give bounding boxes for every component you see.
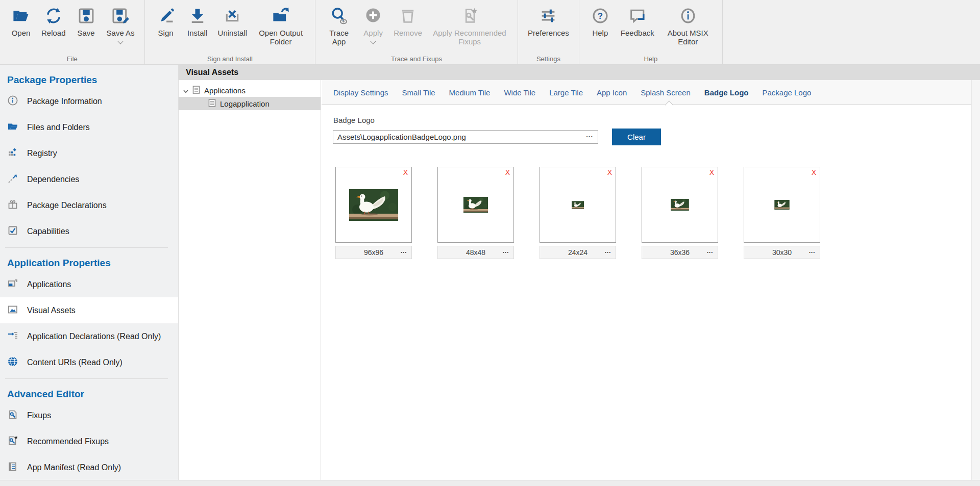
- sidebar-item-app-manifest[interactable]: App Manifest (Read Only): [0, 454, 178, 480]
- ribbon-group-label: Help: [579, 55, 722, 63]
- folder-icon: [7, 121, 18, 134]
- preferences-button[interactable]: Preferences: [524, 4, 573, 37]
- button-label: Open: [12, 29, 31, 37]
- asset-size-bar-48: 48x48 ...: [437, 246, 514, 259]
- globe-icon: [7, 356, 18, 369]
- sidebar-item-registry[interactable]: Registry: [0, 140, 178, 166]
- asset-thumbnail-96: X: [335, 167, 412, 243]
- remove-asset-button[interactable]: X: [505, 168, 510, 176]
- tab-display-settings[interactable]: Display Settings: [333, 88, 388, 97]
- uninstall-button[interactable]: Uninstall: [214, 4, 251, 37]
- button-label: Help: [592, 29, 608, 37]
- remove-asset-button[interactable]: X: [403, 168, 408, 176]
- apply-recommended-fixups-button[interactable]: Apply Recommended Fixups: [428, 4, 511, 46]
- asset-menu-button[interactable]: ...: [809, 247, 815, 254]
- save-button[interactable]: Save: [71, 4, 101, 37]
- asset-menu-button[interactable]: ...: [401, 247, 407, 254]
- open-output-folder-button[interactable]: Open Output Folder: [253, 4, 309, 46]
- sidebar-item-recommended-fixups[interactable]: Recommended Fixups: [0, 428, 178, 454]
- info-icon: [7, 95, 18, 108]
- tab-small-tile[interactable]: Small Tile: [402, 88, 435, 97]
- open-icon: [12, 4, 30, 28]
- sidebar-item-label: Applications: [27, 280, 71, 289]
- apply-button[interactable]: Apply: [358, 4, 388, 43]
- horizontal-scrollbar[interactable]: [0, 480, 980, 486]
- button-label: Save: [77, 29, 94, 37]
- tab-app-icon[interactable]: App Icon: [597, 88, 627, 97]
- doc-wrench-icon: [7, 409, 18, 422]
- save-as-button[interactable]: Save As: [103, 4, 138, 43]
- sidebar-item-visual-assets[interactable]: Visual Assets: [0, 297, 178, 323]
- sidebar-item-capabilities[interactable]: Capabilities: [0, 218, 178, 244]
- apply-icon: [364, 4, 382, 28]
- image-icon: [7, 304, 18, 317]
- asset-menu-button[interactable]: ...: [503, 247, 509, 254]
- tab-large-tile[interactable]: Large Tile: [549, 88, 583, 97]
- remove-icon: [399, 4, 417, 28]
- remove-asset-button[interactable]: X: [812, 168, 816, 176]
- sidebar-item-package-declarations[interactable]: Package Declarations: [0, 192, 178, 218]
- open-button[interactable]: Open: [6, 4, 36, 37]
- badge-logo-path-field[interactable]: Assets\LogapplicationBadgeLogo.png ...: [333, 130, 598, 144]
- sidebar-item-label: Registry: [27, 149, 57, 158]
- browse-button[interactable]: ...: [581, 131, 598, 139]
- button-label: Reload: [41, 29, 66, 37]
- feedback-button[interactable]: Feedback: [617, 4, 658, 37]
- install-icon: [188, 4, 207, 28]
- asset-size-label: 96x96: [364, 248, 383, 257]
- ribbon-group-label: Settings: [518, 55, 579, 63]
- gift-icon: [7, 199, 18, 212]
- button-label: Remove: [394, 29, 422, 37]
- sidebar: Package Properties Package Information F…: [0, 65, 179, 480]
- button-label: Apply: [363, 29, 383, 37]
- badge-logo-image: [572, 201, 584, 209]
- vertical-scrollbar[interactable]: [971, 80, 980, 480]
- badge-logo-path-value: Assets\LogapplicationBadgeLogo.png: [333, 133, 581, 141]
- remove-asset-button[interactable]: X: [709, 168, 714, 176]
- sidebar-item-applications[interactable]: Applications: [0, 271, 178, 297]
- ribbon-group-file: Open Reload Save Save As File: [0, 0, 145, 64]
- sidebar-item-application-declarations[interactable]: Application Declarations (Read Only): [0, 323, 178, 349]
- sidebar-item-files-and-folders[interactable]: Files and Folders: [0, 114, 178, 140]
- trace-app-button[interactable]: Trace App: [322, 4, 356, 46]
- visual-assets-tabstrip: Display Settings Small Tile Medium Tile …: [322, 80, 980, 105]
- sidebar-item-content-uris[interactable]: Content URIs (Read Only): [0, 349, 178, 375]
- remove-button[interactable]: Remove: [390, 4, 426, 37]
- asset-menu-button[interactable]: ...: [707, 247, 713, 254]
- ribbon-group-trace-and-fixups: Trace App Apply Remove Apply Recommended…: [315, 0, 518, 64]
- sidebar-item-dependencies[interactable]: Dependencies: [0, 166, 178, 192]
- tab-badge-logo[interactable]: Badge Logo: [704, 88, 749, 97]
- reload-icon: [44, 4, 63, 28]
- sidebar-item-fixups[interactable]: Fixups: [0, 402, 178, 428]
- button-label: Install: [187, 29, 207, 37]
- badge-logo-image: [671, 199, 689, 211]
- ribbon-group-settings: Preferences Settings: [518, 0, 579, 64]
- remove-asset-button[interactable]: X: [607, 168, 612, 176]
- ribbon-group-sign-and-install: Sign Install Uninstall Open Output Folde…: [145, 0, 316, 64]
- tree-node-applications[interactable]: Applications: [179, 84, 321, 97]
- button-label: Uninstall: [218, 29, 248, 37]
- about-msix-editor-button[interactable]: About MSIX Editor: [660, 4, 716, 46]
- section-divider: [5, 247, 168, 248]
- reload-button[interactable]: Reload: [38, 4, 69, 37]
- tree-node-logapplication[interactable]: Logapplication: [179, 97, 321, 110]
- tab-medium-tile[interactable]: Medium Tile: [449, 88, 491, 97]
- tab-package-logo[interactable]: Package Logo: [762, 88, 811, 97]
- feedback-icon: [628, 4, 647, 28]
- chevron-down-icon[interactable]: [183, 86, 188, 95]
- help-button[interactable]: ? Help: [585, 4, 615, 37]
- ribbon-group-label: Sign and Install: [145, 55, 315, 63]
- asset-menu-button[interactable]: ...: [605, 247, 611, 254]
- tree-node-label: Applications: [204, 86, 246, 95]
- tab-splash-screen[interactable]: Splash Screen: [641, 88, 691, 97]
- tab-wide-tile[interactable]: Wide Tile: [504, 88, 535, 97]
- sign-button[interactable]: Sign: [151, 4, 181, 37]
- asset-thumbnail-48: X: [437, 167, 514, 243]
- ribbon-group-label: File: [0, 55, 144, 63]
- sidebar-item-label: Recommended Fixups: [27, 437, 109, 446]
- install-button[interactable]: Install: [183, 4, 212, 37]
- document-icon: [192, 86, 200, 95]
- sidebar-item-package-information[interactable]: Package Information: [0, 88, 178, 114]
- asset-size-bar-96: 96x96 ...: [335, 246, 412, 259]
- clear-button[interactable]: Clear: [612, 129, 661, 145]
